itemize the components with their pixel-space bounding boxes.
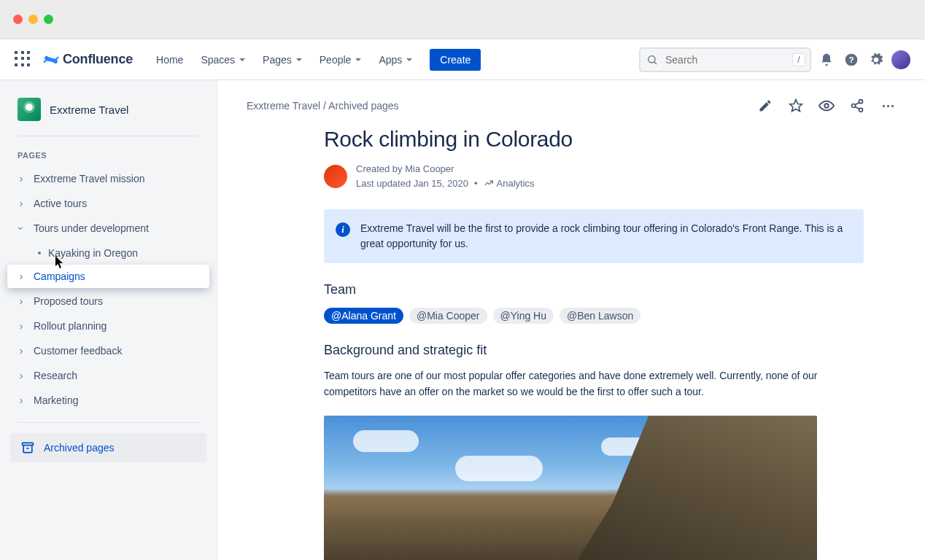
settings-icon[interactable] bbox=[867, 50, 886, 69]
mention-ben[interactable]: @Ben Lawson bbox=[560, 308, 640, 324]
byline: Created by Mia Cooper Last updated Jan 1… bbox=[324, 162, 864, 190]
svg-point-10 bbox=[859, 108, 863, 112]
chevron-right-icon[interactable]: › bbox=[16, 173, 26, 184]
tree-item-rollout[interactable]: › Rollout planning bbox=[7, 314, 209, 338]
background-heading: Background and strategic fit bbox=[324, 343, 864, 358]
mac-titlebar bbox=[0, 0, 925, 39]
star-icon[interactable] bbox=[788, 98, 804, 114]
chevron-right-icon[interactable]: › bbox=[16, 320, 26, 332]
notifications-icon[interactable] bbox=[817, 50, 836, 69]
breadcrumb-section[interactable]: Archived pages bbox=[328, 100, 399, 112]
create-button[interactable]: Create bbox=[430, 49, 481, 71]
nav-items: Home Spaces Pages People Apps Create bbox=[149, 49, 481, 71]
tree-item-mission[interactable]: › Exxtreme Travel mission bbox=[7, 167, 209, 190]
chevron-right-icon[interactable]: › bbox=[16, 345, 26, 357]
team-mentions: @Alana Grant @Mia Cooper @Ying Hu @Ben L… bbox=[324, 308, 864, 324]
help-icon[interactable]: ? bbox=[842, 50, 861, 69]
svg-point-7 bbox=[824, 104, 829, 108]
analytics-icon bbox=[484, 178, 494, 188]
page-actions bbox=[757, 98, 896, 114]
page-title: Rock climbing in Colorado bbox=[324, 127, 864, 152]
window-minimize-button[interactable] bbox=[28, 15, 38, 24]
author-avatar[interactable] bbox=[324, 165, 347, 188]
tree-item-research[interactable]: › Research bbox=[7, 364, 209, 387]
chevron-right-icon[interactable]: › bbox=[16, 394, 26, 406]
team-heading: Team bbox=[324, 282, 864, 298]
confluence-wordmark: Confluence bbox=[63, 52, 133, 67]
nav-pages[interactable]: Pages bbox=[255, 50, 309, 70]
svg-point-9 bbox=[852, 104, 856, 108]
space-header[interactable]: Exxtreme Travel bbox=[7, 93, 209, 125]
info-icon: i bbox=[336, 222, 350, 237]
archive-icon bbox=[20, 440, 35, 455]
tree-item-feedback[interactable]: › Customer feedback bbox=[7, 339, 209, 362]
confluence-mark-icon bbox=[42, 51, 60, 69]
svg-line-1 bbox=[654, 62, 657, 64]
space-name: Exxtreme Travel bbox=[50, 104, 128, 116]
chevron-right-icon[interactable]: › bbox=[16, 370, 26, 381]
svg-marker-6 bbox=[790, 100, 802, 112]
watch-icon[interactable] bbox=[818, 98, 835, 114]
search-box[interactable]: / bbox=[639, 47, 811, 72]
chevron-right-icon[interactable]: › bbox=[16, 295, 26, 307]
background-text: Team tours are one of our most popular o… bbox=[324, 368, 864, 400]
breadcrumb-space[interactable]: Exxtreme Travel bbox=[247, 100, 320, 112]
chevron-down-icon[interactable]: › bbox=[15, 223, 27, 233]
nav-home[interactable]: Home bbox=[149, 50, 190, 70]
search-shortcut-hint: / bbox=[792, 53, 805, 66]
nav-people[interactable]: People bbox=[312, 50, 369, 70]
divider bbox=[18, 422, 199, 423]
chevron-right-icon[interactable]: › bbox=[16, 271, 26, 282]
divider bbox=[18, 136, 199, 136]
chevron-down-icon bbox=[406, 58, 412, 61]
search-input[interactable] bbox=[639, 47, 811, 72]
chevron-down-icon bbox=[355, 58, 361, 61]
chevron-right-icon[interactable]: › bbox=[16, 198, 26, 209]
info-panel: i Exxtreme Travel will be the first to p… bbox=[324, 209, 864, 263]
svg-line-11 bbox=[855, 106, 859, 109]
sidebar: Exxtreme Travel PAGES › Exxtreme Travel … bbox=[0, 80, 217, 560]
nav-spaces[interactable]: Spaces bbox=[193, 50, 252, 70]
window-close-button[interactable] bbox=[13, 15, 23, 24]
chevron-down-icon bbox=[239, 58, 245, 61]
confluence-logo[interactable]: Confluence bbox=[42, 51, 133, 69]
space-icon bbox=[18, 98, 41, 121]
svg-line-12 bbox=[855, 102, 859, 104]
tree-child-kayaking[interactable]: Kayaking in Oregon bbox=[7, 241, 209, 265]
hero-image bbox=[324, 416, 817, 560]
svg-rect-4 bbox=[23, 443, 34, 445]
more-actions-icon[interactable] bbox=[880, 98, 896, 114]
edit-icon[interactable] bbox=[757, 98, 773, 114]
tree-item-campaigns[interactable]: › Campaigns bbox=[7, 265, 209, 288]
analytics-link[interactable]: Analytics bbox=[484, 176, 535, 191]
tree-item-marketing[interactable]: › Marketing bbox=[7, 389, 209, 412]
nav-apps[interactable]: Apps bbox=[371, 50, 419, 70]
last-updated: Last updated Jan 15, 2020 bbox=[356, 176, 468, 191]
share-icon[interactable] bbox=[849, 98, 865, 114]
tree-item-tours-under-dev[interactable]: › Tours under development bbox=[7, 217, 209, 240]
created-by-line: Created by Mia Cooper bbox=[356, 162, 535, 176]
tree-item-active-tours[interactable]: › Active tours bbox=[7, 192, 209, 215]
svg-point-0 bbox=[649, 55, 655, 62]
bullet-icon bbox=[38, 252, 41, 254]
mention-mia[interactable]: @Mia Cooper bbox=[409, 308, 487, 324]
mention-ying[interactable]: @Ying Hu bbox=[493, 308, 554, 324]
chevron-down-icon bbox=[296, 58, 302, 61]
svg-text:?: ? bbox=[848, 55, 854, 64]
top-navigation: Confluence Home Spaces Pages People Apps… bbox=[0, 39, 925, 80]
main-content: Exxtreme Travel / Archived pages Rock cl… bbox=[217, 80, 925, 560]
breadcrumb: Exxtreme Travel / Archived pages bbox=[247, 100, 399, 112]
tree-item-proposed-tours[interactable]: › Proposed tours bbox=[7, 289, 209, 313]
svg-point-8 bbox=[859, 100, 863, 104]
app-switcher-icon[interactable] bbox=[15, 51, 32, 69]
info-panel-text: Exxtreme Travel will be the first to pro… bbox=[360, 221, 852, 252]
archived-pages-link[interactable]: Archived pages bbox=[10, 433, 206, 462]
search-icon bbox=[646, 54, 658, 66]
mention-alana[interactable]: @Alana Grant bbox=[324, 308, 403, 324]
user-avatar[interactable] bbox=[891, 50, 910, 69]
window-zoom-button[interactable] bbox=[44, 15, 53, 24]
pages-label: PAGES bbox=[7, 147, 209, 164]
